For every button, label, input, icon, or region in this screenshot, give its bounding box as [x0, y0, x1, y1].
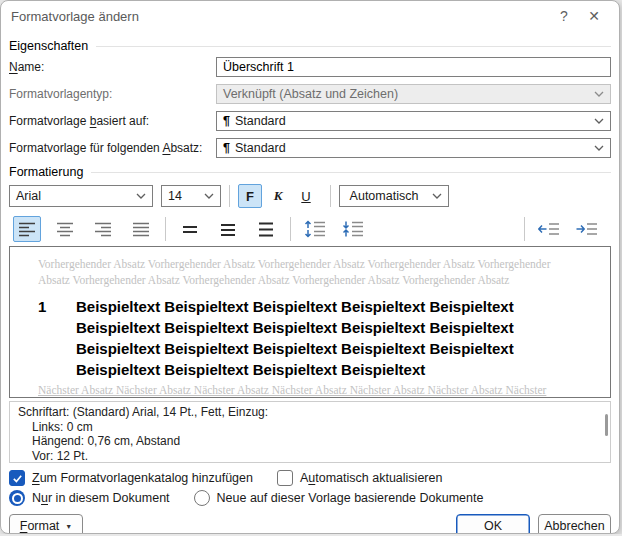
add-to-gallery-label: Zum Formatvorlagenkatalog hinzufügen	[32, 471, 253, 485]
following-paragraph-combo[interactable]: ¶ Standard	[216, 138, 611, 158]
toolbar-separator	[524, 217, 525, 241]
style-type-value: Verknüpft (Absatz und Zeichen)	[223, 87, 398, 101]
following-paragraph-row: Formatvorlage für folgenden Absatz: ¶ St…	[9, 138, 611, 158]
section-formatting: Formatierung	[9, 165, 611, 179]
style-name-input[interactable]	[216, 57, 611, 77]
font-family-combo[interactable]: Arial	[9, 185, 153, 207]
line-spacing-15-button[interactable]	[214, 216, 242, 242]
font-family-value: Arial	[16, 189, 41, 203]
auto-update-checkbox[interactable]	[277, 470, 293, 486]
line-spacing-single-button[interactable]	[176, 216, 204, 242]
following-paragraph-value: Standard	[235, 141, 286, 155]
style-preview: Vorhergehender Absatz Vorhergehender Abs…	[9, 246, 611, 398]
titlebar: Formatvorlage ändern ? ✕	[1, 1, 619, 31]
underline-button[interactable]: U	[294, 184, 318, 208]
increase-paragraph-spacing-button[interactable]	[301, 216, 329, 242]
align-center-icon	[56, 220, 74, 238]
description-line: Schriftart: (Standard) Arial, 14 Pt., Fe…	[18, 405, 600, 420]
toolbar-separator	[229, 185, 230, 207]
font-color-combo[interactable]: Automatisch	[339, 185, 449, 207]
align-left-icon	[18, 220, 36, 238]
description-line: Links: 0 cm	[18, 420, 600, 435]
decrease-paragraph-spacing-button[interactable]	[339, 216, 367, 242]
menu-arrow-icon: ▼	[65, 523, 72, 530]
only-this-document-label: Nur in diesem Dokument	[32, 491, 170, 505]
justify-icon	[132, 220, 150, 238]
sample-text: Beispieltext Beispieltext Beispieltext B…	[76, 296, 514, 380]
add-to-gallery-checkbox[interactable]	[9, 470, 25, 486]
ok-button[interactable]: OK	[456, 514, 530, 535]
style-type-combo: Verknüpft (Absatz und Zeichen)	[216, 84, 611, 104]
new-documents-label: Neue auf dieser Vorlage basierende Dokum…	[217, 491, 484, 505]
italic-button[interactable]: K	[266, 184, 290, 208]
decrease-indent-icon	[538, 222, 560, 236]
chevron-down-icon	[594, 145, 604, 151]
checkmark-icon	[12, 473, 23, 484]
line-spacing-double-icon	[257, 220, 275, 238]
section-rule	[91, 172, 611, 173]
align-right-icon	[94, 220, 112, 238]
increase-indent-icon	[576, 222, 598, 236]
cancel-button[interactable]: Abbrechen	[538, 514, 611, 535]
next-paragraph-text: Nächster Absatz Nächster Absatz Nächster…	[38, 382, 604, 398]
justify-button[interactable]	[127, 216, 155, 242]
font-toolbar: Arial 14 F K U Automatisch	[9, 185, 611, 207]
section-formatting-label: Formatierung	[9, 165, 83, 179]
property-form: Name: Formatvorlagentyp: Verknüpft (Absa…	[9, 57, 611, 158]
section-rule	[96, 46, 611, 47]
style-type-row: Formatvorlagentyp: Verknüpft (Absatz und…	[9, 84, 611, 104]
dialog-body: Eigenschaften Name: Formatvorlagentyp: V…	[1, 39, 619, 534]
chevron-down-icon	[432, 193, 442, 199]
style-type-label: Formatvorlagentyp:	[9, 87, 216, 101]
font-color-value: Automatisch	[350, 189, 419, 203]
section-properties: Eigenschaften	[9, 39, 611, 53]
paragraph-toolbar	[9, 217, 611, 241]
pilcrow-icon: ¶	[223, 114, 230, 128]
description-line: Vor: 12 Pt.	[18, 449, 600, 464]
description-scrollbar[interactable]	[605, 414, 608, 436]
align-left-button[interactable]	[13, 216, 41, 242]
based-on-combo[interactable]: ¶ Standard	[216, 111, 611, 131]
decrease-paragraph-spacing-icon	[342, 220, 364, 238]
format-button-label: Format	[20, 519, 60, 533]
bold-button[interactable]: F	[238, 184, 262, 208]
modify-style-dialog: Formatvorlage ändern ? ✕ Eigenschaften N…	[0, 0, 620, 534]
section-properties-label: Eigenschaften	[9, 39, 88, 53]
style-description: Schriftart: (Standard) Arial, 14 Pt., Fe…	[9, 401, 611, 463]
close-icon[interactable]: ✕	[579, 3, 609, 29]
help-icon[interactable]: ?	[549, 3, 579, 29]
auto-update-label: Automatisch aktualisieren	[300, 471, 442, 485]
dialog-title: Formatvorlage ändern	[11, 9, 139, 24]
chevron-down-icon	[594, 91, 604, 97]
new-documents-radio[interactable]	[194, 490, 210, 506]
footer: Format ▼ OK Abbrechen	[9, 513, 611, 534]
toolbar-separator	[330, 185, 331, 207]
font-size-combo[interactable]: 14	[161, 185, 221, 207]
previous-paragraph-text: Vorhergehender Absatz Vorhergehender Abs…	[38, 256, 604, 272]
toolbar-separator	[290, 217, 291, 241]
increase-paragraph-spacing-icon	[304, 220, 326, 238]
description-line: Hängend: 0,76 cm, Abstand	[18, 434, 600, 449]
line-spacing-single-icon	[181, 220, 199, 238]
chevron-down-icon	[204, 193, 214, 199]
align-center-button[interactable]	[51, 216, 79, 242]
sample-paragraph: 1 Beispieltext Beispieltext Beispieltext…	[38, 296, 604, 380]
only-this-document-radio[interactable]	[9, 490, 25, 506]
sample-list-number: 1	[38, 296, 76, 380]
chevron-down-icon	[136, 193, 146, 199]
align-right-button[interactable]	[89, 216, 117, 242]
chevron-down-icon	[594, 118, 604, 124]
based-on-label: Formatvorlage basiert auf:	[9, 114, 216, 128]
radio-dot	[12, 493, 23, 504]
checkbox-row: Zum Formatvorlagenkatalog hinzufügen Aut…	[9, 470, 611, 486]
radio-row: Nur in diesem Dokument Neue auf dieser V…	[9, 490, 611, 506]
decrease-indent-button[interactable]	[535, 216, 563, 242]
name-label: Name:	[9, 60, 216, 74]
name-row: Name:	[9, 57, 611, 77]
line-spacing-double-button[interactable]	[252, 216, 280, 242]
increase-indent-button[interactable]	[573, 216, 601, 242]
toolbar-separator	[165, 217, 166, 241]
based-on-value: Standard	[235, 114, 286, 128]
format-menu-button[interactable]: Format ▼	[9, 514, 83, 535]
previous-paragraph-text: Absatz Vorhergehender Absatz Vorhergehen…	[38, 272, 604, 288]
